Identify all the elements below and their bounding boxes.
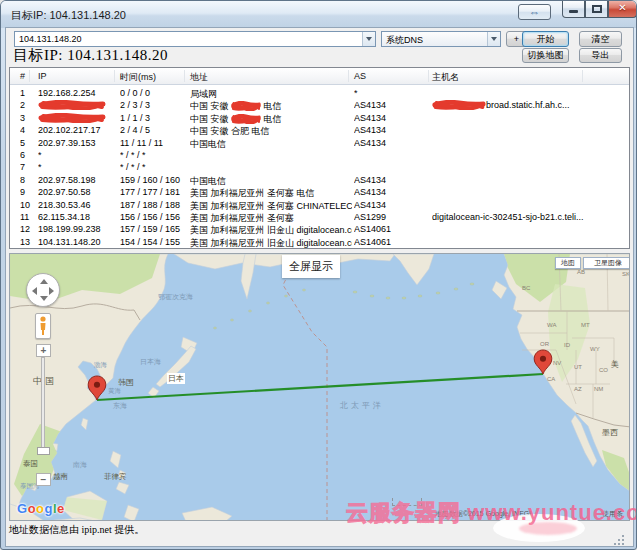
column-header-4[interactable]: 地址	[190, 71, 208, 84]
close-icon: ✕	[609, 2, 636, 13]
target-ip-value: 104.131.148.20	[19, 34, 82, 44]
hop-asn: AS14061	[354, 224, 430, 234]
hop-latency: 159 / 160 / 160	[120, 175, 188, 185]
hop-ip	[38, 113, 118, 125]
hops-table-header: #IP时间(ms)地址AS主机名	[10, 68, 629, 85]
redaction-scribble	[38, 113, 106, 125]
column-header-5[interactable]: AS	[354, 71, 366, 81]
map-type-button[interactable]: 地图	[555, 257, 581, 269]
column-header-3[interactable]: 时间(ms)	[120, 71, 156, 84]
hop-row-4[interactable]: 4202.102.217.172 / 4 / 5中国 安徽 合肥 电信AS413…	[10, 124, 629, 136]
pan-control[interactable]	[26, 273, 60, 307]
route-map[interactable]: 鄂霍次克海日本海渤海黄海东海南海泰国湾北太平洋中国韩国日本泰国越南菲律宾美墨西W…	[9, 253, 630, 521]
dns-select-value: 系统DNS	[386, 34, 423, 47]
export-button[interactable]: 导出	[579, 48, 622, 63]
zoom-in-button[interactable]: +	[36, 344, 51, 357]
column-separator	[428, 70, 429, 82]
hop-ip: *	[38, 162, 118, 172]
hop-ip: 202.102.217.17	[38, 125, 118, 135]
hop-number: 3	[20, 113, 36, 123]
ip-dropdown-button[interactable]	[362, 32, 375, 46]
hop-latency: 187 / 188 / 188	[120, 200, 188, 210]
hop-number: 8	[20, 175, 36, 185]
hop-row-13[interactable]: 13104.131.148.20154 / 154 / 155美国 加利福尼亚州…	[10, 236, 629, 248]
minimize-button[interactable]	[562, 1, 585, 18]
start-button[interactable]: 开始	[522, 31, 569, 47]
hop-asn: AS4134	[354, 175, 430, 185]
hop-row-9[interactable]: 9202.97.50.58177 / 177 / 181美国 加利福尼亚州 圣何…	[10, 186, 629, 198]
resize-grip[interactable]	[622, 535, 633, 546]
hop-ip: 202.97.58.198	[38, 175, 118, 185]
swap-window-button[interactable]: ⇔	[518, 4, 551, 20]
hop-row-2[interactable]: 22 / 3 / 3中国 安徽 电信AS4134broad.static.hf.…	[10, 99, 629, 111]
hop-ip: 218.30.53.46	[38, 200, 118, 210]
hop-latency: 0 / 0 / 0	[120, 88, 188, 98]
chevron-down-icon	[491, 37, 497, 41]
hop-asn: AS4134	[354, 125, 430, 135]
hop-row-8[interactable]: 8202.97.58.198159 / 160 / 160中国电信AS4134	[10, 174, 629, 186]
hop-asn: AS4134	[354, 187, 430, 197]
fullscreen-button[interactable]: 全屏显示	[282, 255, 340, 278]
hop-number: 2	[20, 100, 36, 110]
pan-down-icon[interactable]	[40, 296, 48, 301]
hop-latency: 1 / 1 / 3	[120, 113, 188, 123]
hop-row-7[interactable]: 7** / * / *	[10, 161, 629, 173]
hop-ip: 104.131.148.20	[38, 237, 118, 247]
watermark: 云服务器网 www.yuntue.com	[346, 498, 637, 528]
hop-latency: 154 / 154 / 155	[120, 237, 188, 247]
hop-row-11[interactable]: 1162.115.34.18156 / 156 / 156美国 加利福尼亚州 圣…	[10, 211, 629, 223]
column-separator	[348, 70, 349, 82]
hop-hostname: digitalocean-ic-302451-sjo-b21.c.teli...	[432, 212, 629, 222]
double-arrow-icon: ⇔	[529, 6, 540, 18]
hops-table[interactable]: #IP时间(ms)地址AS主机名 1192.168.2.2540 / 0 / 0…	[9, 67, 630, 249]
hop-latency: * / * / *	[120, 150, 188, 160]
zoom-slider-handle[interactable]	[37, 447, 50, 455]
zoom-slider-track[interactable]	[41, 357, 45, 448]
hop-row-12[interactable]: 12198.199.99.238157 / 159 / 165美国 加利福尼亚州…	[10, 223, 629, 235]
target-ip-combobox[interactable]: 104.131.148.20	[14, 31, 376, 47]
hop-row-1[interactable]: 1192.168.2.2540 / 0 / 0局域网*	[10, 87, 629, 99]
map-canvas[interactable]	[10, 254, 630, 521]
hop-number: 11	[20, 212, 36, 222]
dns-select[interactable]: 系统DNS	[381, 31, 501, 47]
close-button[interactable]: ✕	[608, 1, 637, 18]
dns-dropdown-button[interactable]	[487, 32, 500, 46]
chevron-down-icon	[366, 37, 372, 41]
column-header-6[interactable]: 主机名	[432, 71, 459, 84]
watermark-site: 云服务器网	[346, 500, 461, 525]
hop-asn: AS4134	[354, 138, 430, 148]
status-text: 地址数据信息由 ipip.net 提供。	[9, 523, 144, 537]
pegman-control[interactable]	[35, 313, 51, 339]
hop-ip: 202.97.39.153	[38, 138, 118, 148]
hop-number: 4	[20, 125, 36, 135]
hops-table-body: 1192.168.2.2540 / 0 / 0局域网*22 / 3 / 3中国 …	[10, 86, 629, 248]
hop-row-10[interactable]: 10218.30.53.46187 / 188 / 188美国 加利福尼亚州 圣…	[10, 199, 629, 211]
pan-up-icon[interactable]	[40, 279, 48, 284]
pan-right-icon[interactable]	[49, 287, 54, 295]
hop-latency: 2 / 4 / 5	[120, 125, 188, 135]
column-header-1[interactable]: #	[20, 71, 25, 81]
zoom-out-button[interactable]: −	[36, 473, 51, 486]
hop-location: 美国 加利福尼亚州 旧金山 digitalocean.com	[190, 237, 352, 249]
hop-ip	[38, 100, 118, 112]
hop-asn: AS4134	[354, 200, 430, 210]
column-separator	[582, 70, 583, 82]
pan-left-icon[interactable]	[32, 287, 37, 295]
google-logo[interactable]: Google	[17, 501, 65, 516]
switch-map-button[interactable]: 切换地图	[522, 48, 569, 63]
column-separator	[184, 70, 185, 82]
hop-number: 5	[20, 138, 36, 148]
maximize-button[interactable]	[585, 1, 608, 18]
hop-latency: 177 / 177 / 181	[120, 187, 188, 197]
hop-ip: 62.115.34.18	[38, 212, 118, 222]
hop-number: 1	[20, 88, 36, 98]
hop-row-3[interactable]: 31 / 1 / 3中国 安徽 电信AS4134	[10, 112, 629, 124]
column-header-2[interactable]: IP	[38, 71, 47, 81]
window-controls: ✕	[562, 1, 637, 18]
maximize-icon	[592, 5, 602, 13]
hop-row-5[interactable]: 5202.97.39.15311 / 11 / 11中国电信AS4134	[10, 137, 629, 149]
hop-latency: 157 / 159 / 165	[120, 224, 188, 234]
clear-button[interactable]: 清空	[579, 31, 622, 47]
satellite-type-button[interactable]: 卫星图像	[583, 257, 630, 269]
hop-row-6[interactable]: 6** / * / *	[10, 149, 629, 161]
